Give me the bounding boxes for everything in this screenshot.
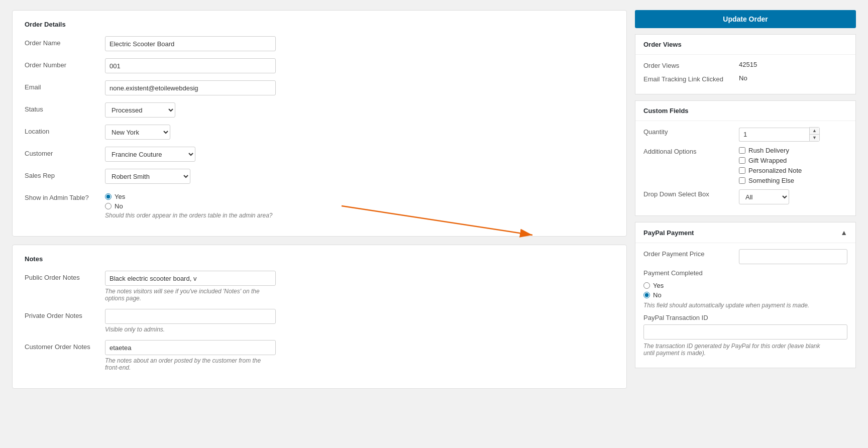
quantity-spinner: ▲ ▼ [739,127,820,142]
spinner-up-button[interactable]: ▲ [810,128,819,135]
location-control: New York Los Angeles Chicago [105,125,276,140]
email-input[interactable] [105,80,276,95]
show-admin-yes-radio[interactable] [105,193,112,200]
paypal-section-header: PayPal Payment ▲ [635,222,855,243]
additional-options-group: Rush Delivery Gift Wrapped Personalized … [739,147,802,184]
public-notes-input[interactable] [105,271,276,286]
customer-notes-input[interactable] [105,340,276,355]
status-control: Processed Pending Completed Cancelled [105,102,276,118]
order-views-section: Order Views Order Views 42515 Email Trac… [635,34,856,94]
spinner-down-button[interactable]: ▼ [810,135,819,141]
private-notes-input[interactable] [105,309,276,324]
public-notes-row: Public Order Notes The notes visitors wi… [25,271,614,302]
transaction-id-label: PayPal Transaction ID [643,314,708,321]
personalized-note-label: Personalized Note [748,167,802,174]
payment-no-option[interactable]: No [643,291,664,299]
salesrep-select[interactable]: Robert Smith Alice Brown Tom Jones [105,169,190,184]
custom-fields-section: Custom Fields Quantity ▲ ▼ Addi [635,100,856,216]
payment-no-radio[interactable] [643,292,650,298]
something-else-label: Something Else [748,177,794,184]
order-number-label: Order Number [25,58,105,69]
custom-fields-title: Custom Fields [635,101,855,121]
views-count-row: Order Views 42515 [643,61,847,69]
show-admin-no-option[interactable]: No [105,202,276,210]
payment-completed-row: Payment Completed Yes No This field [643,269,847,309]
gift-wrapped-option[interactable]: Gift Wrapped [739,157,802,164]
dropdown-select-row-wrapper: Drop Down Select Box All Option 1 Option… [643,189,847,204]
salesrep-row: Sales Rep Robert Smith Alice Brown Tom J… [25,169,614,184]
customer-select[interactable]: Francine Couture John Doe Jane Smith [105,147,195,162]
personalized-note-checkbox[interactable] [739,167,745,174]
show-admin-radio-group: Yes No [105,191,276,210]
notes-title: Notes [25,255,614,263]
show-admin-row: Show in Admin Table? Yes No [25,191,614,219]
quantity-row: Quantity ▲ ▼ [643,127,847,142]
public-notes-control: The notes visitors will see if you've in… [105,271,276,302]
payment-yes-label: Yes [653,282,664,289]
payment-price-input[interactable] [739,249,847,264]
transaction-id-hint: The transaction ID generated by PayPal f… [643,343,824,357]
payment-yes-option[interactable]: Yes [643,282,664,289]
tracking-value: No [739,74,747,82]
rush-delivery-option[interactable]: Rush Delivery [739,147,802,154]
status-select[interactable]: Processed Pending Completed Cancelled [105,102,175,118]
transaction-id-row: PayPal Transaction ID The transaction ID… [643,314,847,357]
paypal-body: Order Payment Price Payment Completed Ye… [635,243,855,368]
status-label: Status [25,102,105,113]
order-name-control [105,36,276,51]
views-count-value: 42515 [739,61,757,68]
paypal-toggle-icon[interactable]: ▲ [840,229,847,237]
dropdown-select-label: Drop Down Select Box [643,189,739,198]
payment-no-label: No [653,291,662,299]
customer-control: Francine Couture John Doe Jane Smith [105,147,276,162]
email-row: Email [25,80,614,95]
salesrep-label: Sales Rep [25,169,105,179]
show-admin-label: Show in Admin Table? [25,191,105,201]
views-count-label: Order Views [643,61,739,69]
show-admin-no-label: No [115,202,123,210]
payment-price-row: Order Payment Price [643,249,847,264]
gift-wrapped-checkbox[interactable] [739,157,745,164]
private-notes-row: Private Order Notes Visible only to admi… [25,309,614,333]
order-name-label: Order Name [25,36,105,47]
payment-price-label: Order Payment Price [643,249,739,258]
payment-completed-radio-group: Yes No [643,280,664,299]
quantity-input[interactable] [739,128,809,142]
customer-notes-row: Customer Order Notes The notes about an … [25,340,614,371]
spinner-buttons: ▲ ▼ [809,127,820,142]
dropdown-select[interactable]: All Option 1 Option 2 [739,189,789,204]
transaction-id-input[interactable] [643,324,847,340]
location-select[interactable]: New York Los Angeles Chicago [105,125,170,140]
rush-delivery-checkbox[interactable] [739,147,745,154]
update-order-button[interactable]: Update Order [635,10,856,28]
something-else-option[interactable]: Something Else [739,177,802,184]
order-number-input[interactable] [105,58,276,73]
email-control [105,80,276,95]
order-name-input[interactable] [105,36,276,51]
notes-card: Notes Public Order Notes The notes visit… [12,245,627,389]
something-else-checkbox[interactable] [739,177,745,184]
payment-completed-hint: This field should automatically update w… [643,302,809,309]
personalized-note-option[interactable]: Personalized Note [739,167,802,174]
payment-yes-radio[interactable] [643,282,650,289]
salesrep-control: Robert Smith Alice Brown Tom Jones [105,169,276,184]
show-admin-hint: Should this order appear in the orders t… [105,212,276,219]
customer-notes-label: Customer Order Notes [25,340,105,351]
private-notes-hint: Visible only to admins. [105,326,276,333]
order-name-row: Order Name [25,36,614,51]
show-admin-no-radio[interactable] [105,203,112,209]
quantity-label: Quantity [643,127,739,136]
customer-notes-hint: The notes about an order posted by the c… [105,357,276,371]
private-notes-control: Visible only to admins. [105,309,276,333]
show-admin-yes-option[interactable]: Yes [105,193,276,200]
dropdown-select-control: All Option 1 Option 2 [739,189,789,204]
customer-notes-control: The notes about an order posted by the c… [105,340,276,371]
additional-options-row: Additional Options Rush Delivery Gift Wr… [643,147,847,184]
paypal-title: PayPal Payment [643,229,694,237]
public-notes-label: Public Order Notes [25,271,105,281]
rush-delivery-label: Rush Delivery [748,147,789,154]
public-notes-hint: The notes visitors will see if you've in… [105,288,276,302]
location-label: Location [25,125,105,135]
order-views-body: Order Views 42515 Email Tracking Link Cl… [635,55,855,94]
customer-row: Customer Francine Couture John Doe Jane … [25,147,614,162]
